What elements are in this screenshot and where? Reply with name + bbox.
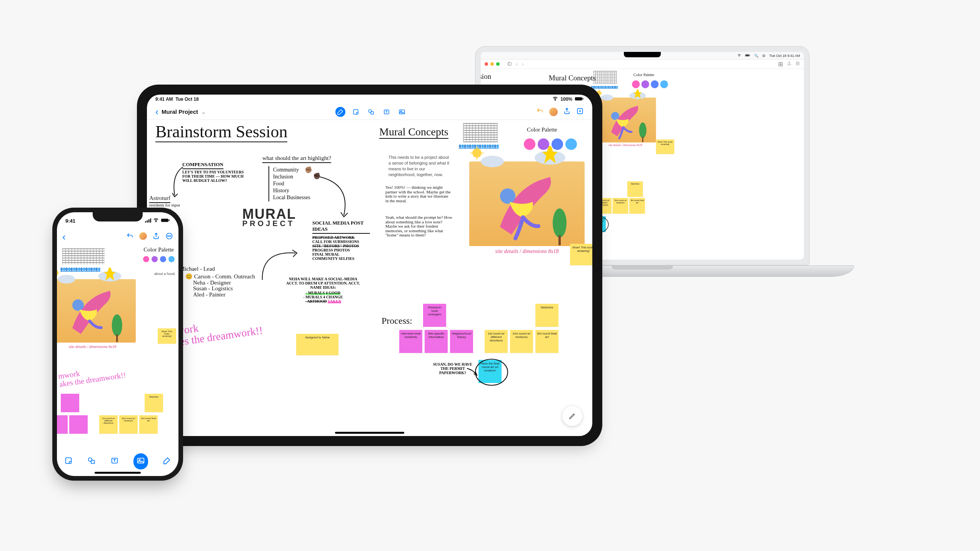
- sticky-siteinfo[interactable]: Site-specific information: [425, 330, 448, 353]
- sticky-research[interactable]: [61, 394, 79, 412]
- sticky-wow[interactable]: Wow! This looks amazing!: [158, 328, 176, 344]
- collaborator-avatar[interactable]: [549, 108, 558, 116]
- pen-tool-button[interactable]: [163, 456, 171, 466]
- sticky-r2[interactable]: 2nd round w/ revisions: [613, 198, 628, 214]
- sticky-sketches[interactable]: Sketches: [627, 181, 643, 197]
- ipad-device: 9:41 AM Tue Oct 18 100% ‹ Mural Project …: [137, 85, 602, 446]
- shape-tool-button[interactable]: [366, 107, 376, 117]
- swatch: [642, 80, 649, 88]
- collaborator-avatar[interactable]: [139, 232, 147, 240]
- sticky-tool-button[interactable]: [64, 456, 73, 466]
- color-palette: [632, 80, 668, 88]
- media-tool-button[interactable]: [133, 453, 148, 469]
- sticky-research[interactable]: Research local ecologies: [423, 304, 446, 327]
- sticky-r3[interactable]: 3rd round final art: [629, 198, 645, 214]
- share-button[interactable]: [563, 107, 571, 117]
- freeform-ipad-toolbar: ‹ Mural Project ⌄: [147, 104, 592, 120]
- share-button[interactable]: [152, 232, 160, 241]
- back-button[interactable]: ‹: [155, 110, 158, 114]
- wifi-icon[interactable]: [737, 53, 741, 58]
- control-center-icon[interactable]: ⏣: [762, 54, 765, 58]
- highlight-list: Community Inclusion Food History Local B…: [268, 166, 310, 201]
- project-about: This needs to be a project about a sense…: [388, 155, 450, 177]
- sticky-sketches[interactable]: Sketches: [145, 394, 163, 412]
- sticky-r1[interactable]: 1st round w/ different directions: [99, 415, 118, 434]
- undo-button[interactable]: [536, 107, 544, 117]
- freeform-canvas-ipad[interactable]: Brainstorm Session COMPENSATION LET'S TR…: [147, 120, 592, 436]
- arrow-icon: [170, 165, 185, 199]
- sidebar-toggle-icon[interactable]: [507, 61, 512, 68]
- svg-point-48: [170, 236, 171, 236]
- text-tool-button[interactable]: [110, 456, 119, 466]
- battery-icon: [161, 218, 170, 224]
- svg-point-17: [555, 100, 556, 100]
- home-indicator[interactable]: [335, 432, 404, 434]
- text-tool-button[interactable]: [382, 107, 392, 117]
- swatch: [651, 80, 658, 88]
- prompt-note: Yeah, what should the prompt be? How abo…: [385, 215, 455, 238]
- undo-button[interactable]: [126, 232, 134, 241]
- svg-point-0: [739, 56, 740, 57]
- sticky-interview[interactable]: Interview local residents: [399, 330, 422, 353]
- sticky-r2[interactable]: 2nd round w/ revisions: [119, 415, 138, 434]
- svg-rect-20: [353, 110, 358, 114]
- collaborate-icon[interactable]: [795, 60, 800, 68]
- svg-rect-18: [575, 97, 582, 100]
- art-highlight-heading: what should the art highlight?: [262, 155, 331, 163]
- battery-icon[interactable]: [745, 54, 750, 58]
- forward-icon[interactable]: ›: [522, 61, 523, 68]
- process-heading: Process:: [382, 316, 412, 326]
- circle-annotation: [474, 357, 509, 388]
- sticky-r1[interactable]: 1st round w/ different directions: [485, 330, 508, 353]
- sticky-r2[interactable]: 2nd round w/ revisions: [510, 330, 533, 353]
- board-title[interactable]: Mural Project: [162, 108, 198, 115]
- svg-point-34: [500, 188, 515, 204]
- sticky-assigned-neha[interactable]: Assigned to Neha: [296, 334, 338, 355]
- sticky-sketches[interactable]: Sketches: [535, 304, 558, 327]
- svg-rect-54: [116, 335, 118, 342]
- svg-rect-2: [750, 55, 750, 56]
- back-button[interactable]: ‹: [62, 231, 66, 243]
- iphone-device: 9:41 ‹ Color Palette about a hoo: [52, 208, 183, 481]
- swatch: [632, 80, 640, 88]
- fist-emoji: ✊🏽: [305, 166, 312, 173]
- shape-tool-button[interactable]: [87, 456, 96, 466]
- back-icon[interactable]: ‹: [516, 61, 518, 68]
- svg-rect-4: [508, 62, 512, 65]
- svg-point-53: [112, 315, 122, 336]
- mural-mockup: site details / dimensions 8x18: [57, 279, 136, 349]
- window-controls[interactable]: [485, 61, 500, 68]
- apple-pencil-button[interactable]: [562, 406, 582, 426]
- sticky-wow[interactable]: Wow! This looks amazing!: [570, 244, 592, 265]
- svg-rect-39: [147, 220, 148, 222]
- svg-rect-38: [145, 221, 146, 223]
- svg-rect-19: [583, 98, 583, 99]
- media-tool-button[interactable]: [397, 107, 407, 117]
- chevron-down-icon[interactable]: ⌄: [201, 108, 206, 115]
- sticky-r3[interactable]: 3rd round final art: [535, 330, 558, 353]
- social-block: SOCIAL MEDIA POST IDEAS Proposed Artwork…: [312, 220, 370, 261]
- search-icon[interactable]: 🔍: [754, 54, 758, 58]
- freeform-canvas-iphone[interactable]: Color Palette about a hood, site details…: [57, 245, 178, 454]
- sticky[interactable]: [57, 415, 68, 434]
- svg-point-35: [553, 208, 567, 238]
- sticky-r3[interactable]: 3rd round final art: [139, 415, 158, 434]
- sticky-history[interactable]: Neighborhood history: [450, 330, 473, 353]
- freeform-mac-toolbar: ‹ › ⊞: [481, 60, 804, 69]
- new-board-button[interactable]: [576, 107, 584, 117]
- sticky-wow[interactable]: Wow! This looks amazing!: [656, 140, 675, 154]
- svg-point-51: [57, 270, 58, 276]
- more-button[interactable]: [165, 232, 173, 241]
- zoom-icon[interactable]: ⊞: [778, 60, 783, 68]
- building-sketch: [463, 123, 498, 142]
- share-icon[interactable]: [787, 60, 792, 68]
- svg-rect-15: [642, 137, 643, 142]
- pen-tool-button[interactable]: [335, 107, 345, 117]
- svg-rect-41: [150, 218, 151, 223]
- sticky-tool-button[interactable]: [351, 107, 361, 117]
- svg-point-46: [168, 236, 168, 236]
- svg-point-52: [72, 300, 84, 311]
- mac-datetime: Tue Oct 18 9:41 AM: [769, 54, 800, 58]
- home-indicator[interactable]: [95, 472, 141, 474]
- sticky[interactable]: [69, 415, 88, 434]
